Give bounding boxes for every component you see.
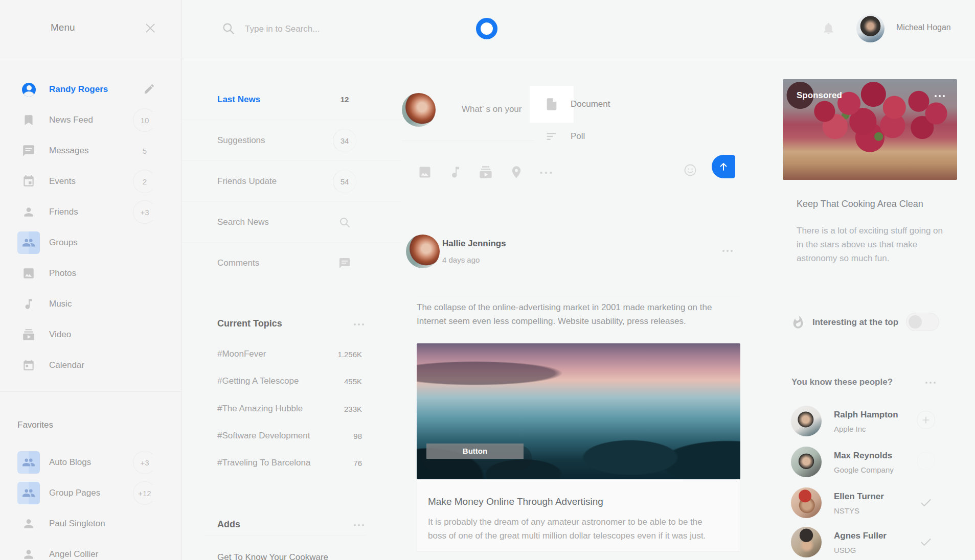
sidebar-item-music[interactable]: Music (0, 289, 181, 319)
sidebar-item-label: Photos (49, 268, 76, 278)
add-person-button[interactable] (917, 452, 935, 470)
sponsored-image[interactable]: Sponsored (783, 79, 957, 180)
post-author-avatar[interactable] (406, 235, 440, 268)
person-avatar[interactable] (791, 487, 822, 518)
current-topics-title: Current Topics (217, 318, 282, 329)
app: Menu Randy Rogers News Feed 10 Messages (0, 0, 975, 560)
search-input[interactable] (244, 19, 415, 39)
topic-tag: #Getting A Telescope (217, 376, 299, 386)
post-more-icon[interactable] (721, 248, 734, 253)
poll-icon[interactable] (545, 129, 559, 144)
feed: What’ s on your Document Poll (402, 0, 741, 560)
nav-item-search-news[interactable]: Search News (182, 202, 401, 243)
added-check-icon[interactable] (917, 493, 935, 511)
topic-row[interactable]: #MoonFever 1.256K (182, 341, 401, 367)
music-icon (22, 297, 35, 311)
people-more-icon[interactable] (924, 380, 937, 385)
add-person-button[interactable] (917, 411, 935, 429)
topic-tag: #The Amazing Hubble (217, 404, 303, 414)
emoji-icon[interactable] (683, 163, 697, 177)
post-image[interactable]: Button (417, 343, 740, 479)
topic-count: 76 (353, 459, 362, 468)
badge: +12 (133, 481, 156, 505)
person-suggestion-row: Ralph Hampton Apple Inc (783, 404, 957, 438)
composer-menu-item-label[interactable]: Poll (571, 131, 585, 142)
sidebar-item-groups[interactable]: Groups (0, 227, 181, 258)
sidebar-item-photos[interactable]: Photos (0, 258, 181, 289)
topic-count: 98 (353, 432, 362, 440)
search-icon[interactable] (221, 21, 235, 35)
music-icon[interactable] (448, 165, 463, 179)
profile-name: Randy Rogers (49, 84, 108, 95)
topic-row[interactable]: #Traveling To Barcelona 76 (182, 450, 401, 476)
person-name[interactable]: Max Reynolds (834, 451, 892, 461)
sidebar-item-label: Messages (49, 146, 88, 156)
sponsored-more-icon[interactable] (934, 94, 946, 99)
sidebar-divider (0, 391, 181, 392)
sidebar-item-profile[interactable]: Randy Rogers (0, 74, 181, 105)
sidebar-item-label: News Feed (49, 115, 93, 125)
nav-item-last-news[interactable]: Last News 12 (182, 79, 401, 120)
post-link-description: It is probably the dream of any amateur … (428, 515, 714, 543)
person-suggestion-row: Max Reynolds Google Company (783, 445, 957, 479)
person-name[interactable]: Agnes Fuller (834, 531, 887, 541)
sidebar-item-label: Group Pages (49, 488, 100, 498)
interesting-toggle[interactable] (906, 313, 939, 331)
topic-row[interactable]: #Software Development 98 (182, 423, 401, 449)
person-avatar[interactable] (791, 447, 822, 477)
close-icon[interactable] (144, 21, 157, 35)
adds-divider (205, 535, 366, 535)
sidebar-item-label: Video (49, 330, 71, 340)
sidebar-item-calendar[interactable]: Calendar (0, 350, 181, 381)
sidebar-item-auto-blogs[interactable]: Auto Blogs +3 (0, 447, 181, 478)
more-icon[interactable] (539, 170, 553, 176)
sidebar-item-news-feed[interactable]: News Feed 10 (0, 105, 181, 135)
edit-icon[interactable] (143, 83, 155, 95)
composer-menu-item-label[interactable]: Document (571, 99, 610, 109)
sidebar-item-events[interactable]: Events 2 (0, 166, 181, 197)
chat-icon (338, 257, 351, 269)
video-icon[interactable] (479, 165, 493, 179)
added-check-icon[interactable] (917, 532, 935, 550)
nav-item-label: Suggestions (217, 135, 265, 146)
chat-icon (22, 144, 35, 157)
person-name[interactable]: Ralph Hampton (834, 410, 898, 420)
nav-item-friends-update[interactable]: Friends Update 54 (182, 161, 401, 202)
sidebar-item-friends[interactable]: Friends +3 (0, 197, 181, 227)
person-avatar[interactable] (791, 406, 822, 436)
location-icon[interactable] (509, 165, 524, 179)
adds-more-icon[interactable] (353, 523, 365, 528)
account-circle-icon (22, 83, 36, 97)
topic-row[interactable]: #The Amazing Hubble 233K (182, 395, 401, 422)
nav-item-suggestions[interactable]: Suggestions 34 (182, 120, 401, 161)
topics-more-icon[interactable] (353, 322, 365, 327)
post-author-name[interactable]: Hallie Jennings (442, 239, 506, 249)
topic-tag: #MoonFever (217, 349, 266, 359)
post-link-title[interactable]: Make Money Online Through Advertising (428, 496, 603, 507)
sponsored-title[interactable]: Keep That Cooking Area Clean (797, 199, 923, 209)
badge: 2 (133, 170, 156, 193)
person-icon (22, 548, 35, 560)
person-org: Google Company (834, 465, 894, 474)
nav-count: 54 (333, 170, 356, 193)
adds-link[interactable]: Get To Know Your Cookware (217, 552, 328, 560)
composer-prompt[interactable]: What’ s on your (462, 104, 521, 114)
sidebar-item-group-pages[interactable]: Group Pages +12 (0, 478, 181, 508)
person-name[interactable]: Ellen Turner (834, 492, 884, 502)
sidebar-item-paul-singleton[interactable]: Paul Singleton (0, 508, 181, 539)
sidebar-item-label: Friends (49, 207, 78, 217)
event-icon (22, 175, 35, 188)
photo-icon[interactable] (418, 165, 432, 179)
person-avatar[interactable] (791, 527, 822, 557)
sidebar-item-angel-collier[interactable]: Angel Collier (0, 539, 181, 560)
nav-item-comments[interactable]: Comments (182, 243, 401, 284)
sidebar-item-video[interactable]: Video (0, 319, 181, 350)
send-button[interactable] (712, 155, 735, 178)
nav-item-label: Comments (217, 258, 259, 268)
adds-title: Adds (217, 519, 240, 530)
composer-avatar[interactable] (402, 93, 436, 127)
sidebar-item-messages[interactable]: Messages 5 (0, 135, 181, 166)
nav-count: 34 (333, 129, 356, 152)
image-button[interactable]: Button (426, 444, 524, 459)
topic-row[interactable]: #Getting A Telescope 455K (182, 368, 401, 394)
